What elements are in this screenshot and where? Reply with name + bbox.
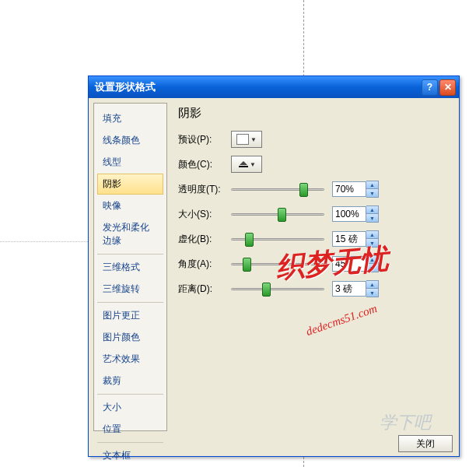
param-label: 角度(A): <box>178 258 231 271</box>
spin-down[interactable]: ▼ <box>366 264 378 272</box>
sidebar-item-13[interactable]: 裁剪 <box>97 370 163 392</box>
spin-down[interactable]: ▼ <box>366 189 378 197</box>
sidebar-item-4[interactable]: 映像 <box>97 195 163 216</box>
sidebar-item-2[interactable]: 线型 <box>97 152 163 173</box>
color-label: 颜色(C): <box>178 158 231 171</box>
titlebar[interactable]: 设置形状格式 ? ✕ <box>89 76 459 98</box>
param-row-3: 角度(A):▲▼ <box>178 253 450 275</box>
spin-down[interactable]: ▼ <box>366 289 378 297</box>
param-label: 大小(S): <box>178 208 231 221</box>
spin-up[interactable]: ▲ <box>366 231 378 239</box>
sidebar-item-8[interactable]: 三维旋转 <box>97 279 163 300</box>
slider-thumb[interactable] <box>243 258 251 272</box>
param-input[interactable] <box>332 256 366 272</box>
slider-thumb[interactable] <box>245 233 254 247</box>
close-x-button[interactable]: ✕ <box>439 79 456 96</box>
param-spinbox: ▲▼ <box>332 230 379 248</box>
chevron-down-icon: ▼ <box>250 136 257 143</box>
color-dropdown[interactable]: ▼ <box>231 156 262 173</box>
category-sidebar: 填充线条颜色线型阴影映像发光和柔化边缘三维格式三维旋转图片更正图片颜色艺术效果裁… <box>93 103 167 431</box>
slider-thumb[interactable] <box>278 208 286 222</box>
fill-bucket-icon <box>237 159 250 170</box>
param-label: 距离(D): <box>178 283 231 296</box>
sidebar-item-10[interactable]: 图片更正 <box>97 305 163 326</box>
sidebar-item-12[interactable]: 艺术效果 <box>97 349 163 370</box>
param-slider[interactable] <box>231 230 324 248</box>
param-spinbox: ▲▼ <box>332 280 379 297</box>
param-input[interactable] <box>332 281 366 297</box>
sidebar-item-0[interactable]: 填充 <box>97 108 163 129</box>
param-row-1: 大小(S):▲▼ <box>178 203 450 225</box>
param-row-4: 距离(D):▲▼ <box>178 278 450 300</box>
spin-down[interactable]: ▼ <box>366 239 378 247</box>
sidebar-item-7[interactable]: 三维格式 <box>97 257 163 278</box>
param-label: 透明度(T): <box>178 183 231 196</box>
svg-rect-0 <box>239 166 248 167</box>
dialog-title: 设置形状格式 <box>95 80 420 94</box>
chevron-down-icon: ▼ <box>250 161 256 168</box>
preset-label: 预设(P): <box>178 133 231 146</box>
spin-down[interactable]: ▼ <box>366 214 378 222</box>
param-row-2: 虚化(B):▲▼ <box>178 228 450 250</box>
param-row-0: 透明度(T):▲▼ <box>178 178 450 200</box>
sidebar-item-3[interactable]: 阴影 <box>97 174 163 195</box>
param-slider[interactable] <box>231 181 324 198</box>
dialog-footer: 关闭 <box>89 431 459 456</box>
sidebar-item-11[interactable]: 图片颜色 <box>97 327 163 348</box>
param-label: 虚化(B): <box>178 233 231 246</box>
param-spinbox: ▲▼ <box>332 205 379 223</box>
preset-swatch-icon <box>236 134 249 145</box>
sidebar-item-5[interactable]: 发光和柔化边缘 <box>97 217 163 251</box>
spin-up[interactable]: ▲ <box>366 256 378 264</box>
sidebar-item-15[interactable]: 大小 <box>97 397 163 418</box>
param-slider[interactable] <box>231 205 324 223</box>
slider-thumb[interactable] <box>299 183 308 197</box>
spin-up[interactable]: ▲ <box>366 206 378 214</box>
param-input[interactable] <box>332 181 366 197</box>
shadow-panel: 阴影 预设(P): ▼ 颜色(C): ▼ 透明度(T):▲▼大小(S):▲▼虚化… <box>167 98 459 431</box>
param-slider[interactable] <box>231 255 324 272</box>
param-spinbox: ▲▼ <box>332 181 379 198</box>
param-input[interactable] <box>332 231 366 247</box>
spin-up[interactable]: ▲ <box>366 281 378 289</box>
sidebar-item-1[interactable]: 线条颜色 <box>97 130 163 151</box>
help-button[interactable]: ? <box>422 79 438 96</box>
close-button[interactable]: 关闭 <box>398 435 453 452</box>
format-shape-dialog: 设置形状格式 ? ✕ 填充线条颜色线型阴影映像发光和柔化边缘三维格式三维旋转图片… <box>88 75 460 457</box>
spin-up[interactable]: ▲ <box>366 181 378 189</box>
param-slider[interactable] <box>231 280 324 297</box>
param-spinbox: ▲▼ <box>332 255 379 272</box>
panel-title: 阴影 <box>178 106 450 121</box>
param-input[interactable] <box>332 206 366 222</box>
preset-dropdown[interactable]: ▼ <box>231 131 262 148</box>
slider-thumb[interactable] <box>262 283 271 297</box>
